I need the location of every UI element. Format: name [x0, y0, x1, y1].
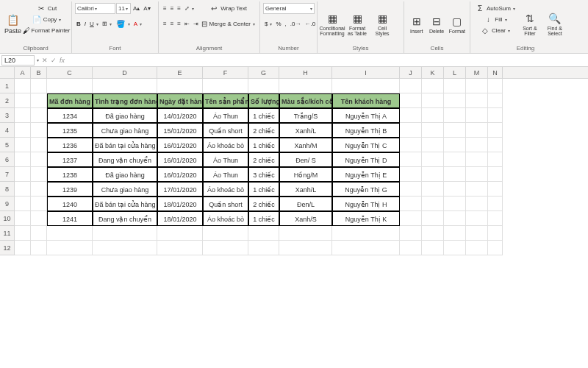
cell[interactable]	[466, 152, 488, 167]
cell[interactable]	[444, 182, 466, 197]
cell[interactable]	[466, 123, 488, 138]
cell[interactable]	[400, 211, 422, 226]
insert-button[interactable]: ⊞Insert	[407, 3, 426, 44]
cell[interactable]	[466, 197, 488, 211]
cell[interactable]: 18/01/2020	[157, 211, 203, 226]
underline-button[interactable]: U▾	[88, 18, 100, 29]
cell[interactable]: 1236	[47, 138, 93, 152]
cell[interactable]: Đen/ S	[279, 152, 332, 167]
cell[interactable]: Áo khoác bò	[203, 182, 248, 197]
cell[interactable]	[422, 211, 444, 226]
cell[interactable]: 1238	[47, 167, 93, 182]
cell[interactable]	[279, 79, 332, 93]
cell[interactable]	[47, 226, 93, 241]
cell[interactable]: Hồng/M	[279, 167, 332, 182]
name-box[interactable]: L20	[1, 55, 35, 66]
col-header-J[interactable]: J	[400, 67, 422, 78]
increase-decimal-button[interactable]: .0→	[289, 18, 303, 29]
cell[interactable]	[31, 108, 47, 123]
cell[interactable]	[15, 152, 31, 167]
cell[interactable]	[31, 93, 47, 108]
col-header-D[interactable]: D	[93, 67, 157, 78]
cell[interactable]: Số lượng	[248, 93, 279, 108]
increase-font-button[interactable]: A▴	[132, 3, 141, 14]
align-bottom-button[interactable]: ≡	[176, 3, 182, 14]
cell[interactable]	[488, 108, 503, 123]
cell[interactable]	[488, 182, 503, 197]
cell[interactable]	[15, 123, 31, 138]
cell[interactable]: Áo Thun	[203, 152, 248, 167]
border-button[interactable]: ⊞▾	[101, 18, 113, 29]
cell[interactable]: 2 chiếc	[248, 123, 279, 138]
cell[interactable]	[31, 79, 47, 93]
cell[interactable]	[279, 241, 332, 255]
cell[interactable]	[488, 123, 503, 138]
comma-button[interactable]: ,	[284, 18, 288, 29]
paste-button[interactable]: 📋 Paste	[3, 3, 23, 44]
cell[interactable]	[422, 241, 444, 255]
format-button[interactable]: ▢Format	[448, 3, 467, 44]
cell[interactable]: Màu sắc/kích cỡ	[279, 93, 332, 108]
cell[interactable]	[400, 197, 422, 211]
cell[interactable]	[488, 241, 503, 255]
cell[interactable]: 3 chiếc	[248, 167, 279, 182]
cell[interactable]	[400, 241, 422, 255]
cell[interactable]: 1 chiếc	[248, 182, 279, 197]
decrease-decimal-button[interactable]: ←.0	[303, 18, 317, 29]
cell[interactable]: 17/01/2020	[157, 182, 203, 197]
autosum-button[interactable]: ΣAutoSum▾	[473, 3, 517, 14]
cell[interactable]: Đã bán tại cửa hàng	[93, 138, 157, 152]
cell[interactable]: Tên sản phẩm	[203, 93, 248, 108]
fill-color-button[interactable]: 🪣▾	[114, 18, 132, 29]
cell[interactable]: Nguyễn Thị H	[332, 197, 400, 211]
cell[interactable]: Đen/L	[279, 197, 332, 211]
cell[interactable]	[422, 108, 444, 123]
cell[interactable]	[47, 79, 93, 93]
cell[interactable]	[248, 241, 279, 255]
cell[interactable]	[279, 226, 332, 241]
cell[interactable]	[422, 138, 444, 152]
cell[interactable]: Áo Thun	[203, 167, 248, 182]
col-header-L[interactable]: L	[444, 67, 466, 78]
cell[interactable]: 2 chiếc	[248, 197, 279, 211]
cell[interactable]: 1237	[47, 152, 93, 167]
cut-button[interactable]: ✂Cut	[24, 3, 68, 14]
cell[interactable]: Xanh/M	[279, 138, 332, 152]
cell[interactable]	[47, 241, 93, 255]
cell[interactable]	[444, 152, 466, 167]
cell[interactable]	[400, 182, 422, 197]
cell[interactable]	[31, 211, 47, 226]
cell[interactable]	[157, 226, 203, 241]
cell[interactable]	[488, 138, 503, 152]
cell[interactable]: Áo Thun	[203, 108, 248, 123]
cell[interactable]: Nguyễn Thị E	[332, 167, 400, 182]
cell[interactable]: Quần short	[203, 197, 248, 211]
cell[interactable]	[400, 93, 422, 108]
cell[interactable]: 1241	[47, 211, 93, 226]
row-header[interactable]: 10	[0, 211, 15, 226]
cell-styles-button[interactable]: ▦Cell Styles	[370, 3, 394, 44]
row-header[interactable]: 7	[0, 167, 15, 182]
cell[interactable]	[15, 167, 31, 182]
cell[interactable]: 15/01/2020	[157, 123, 203, 138]
cell[interactable]	[400, 108, 422, 123]
col-header-A[interactable]: A	[15, 67, 31, 78]
number-format-select[interactable]: General▾	[263, 3, 315, 14]
col-header-N[interactable]: N	[488, 67, 503, 78]
cell[interactable]: Tên khách hàng	[332, 93, 400, 108]
cell[interactable]	[488, 211, 503, 226]
cell[interactable]	[332, 226, 400, 241]
align-right-button[interactable]: ≡	[176, 18, 182, 29]
cell[interactable]: 16/01/2020	[157, 138, 203, 152]
format-as-table-button[interactable]: ▦Format as Table	[345, 3, 369, 44]
cell[interactable]: 1239	[47, 182, 93, 197]
cell[interactable]	[15, 108, 31, 123]
row-header[interactable]: 4	[0, 123, 15, 138]
cell[interactable]	[31, 226, 47, 241]
bold-button[interactable]: B	[75, 18, 82, 29]
cell[interactable]: Áo khoác bò	[203, 211, 248, 226]
cell[interactable]	[466, 138, 488, 152]
cell[interactable]	[444, 108, 466, 123]
cell[interactable]	[444, 167, 466, 182]
cell[interactable]	[422, 123, 444, 138]
